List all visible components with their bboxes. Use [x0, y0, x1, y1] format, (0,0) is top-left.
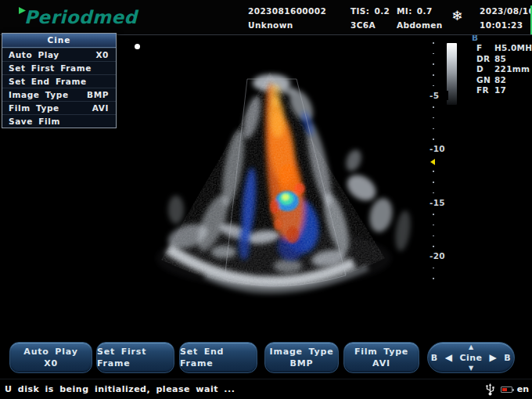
brand-logo: Periodmed [19, 5, 137, 29]
depth-label-15: -15 [430, 198, 448, 207]
mi-value: MI: 0.7 [397, 6, 433, 16]
set-end-frame-button[interactable]: Set End Frame [179, 342, 257, 373]
cine-right-b-label: B [504, 353, 511, 363]
date: 2023/08/16 [480, 6, 532, 16]
focus-marker-icon [430, 159, 435, 165]
cine-next-icon[interactable]: ▶ [490, 353, 498, 362]
param-frequency: F H5.0MHz [476, 43, 532, 54]
status-bar: U disk is being initialized, please wait… [0, 379, 532, 399]
param-depth: D 221mm [476, 64, 532, 75]
param-gain: GN 82 [476, 75, 532, 86]
ultrasound-app-screen: Periodmed 2023081600002 Unknown TIS: 0.2… [0, 0, 532, 399]
patient-name: Unknown [248, 20, 293, 30]
language-indicator[interactable]: en [517, 384, 529, 394]
menu-item-set-first-frame[interactable]: Set First Frame [2, 61, 116, 74]
param-dynamic-range: DR 85 [476, 54, 532, 65]
time: 10:01:23 [480, 20, 523, 30]
battery-level [502, 388, 507, 391]
menu-item-save-film[interactable]: Save Film [2, 114, 116, 128]
cine-center-label: Cine [459, 353, 482, 363]
film-type-button[interactable]: Film Type AVI [343, 342, 419, 373]
cine-nav-control[interactable]: ▲ ▼ B ◀ Cine ▶ B [427, 342, 515, 373]
status-message: U disk is being initialized, please wait… [5, 384, 235, 394]
image-type-button[interactable]: Image Type BMP [264, 342, 339, 373]
cine-context-menu: Cine Auto Play X0 Set First Frame Set En… [2, 33, 117, 128]
menu-item-film-type[interactable]: Film Type AVI [2, 101, 116, 114]
menu-item-image-type[interactable]: Image Type BMP [2, 88, 116, 101]
set-first-frame-button[interactable]: Set First Frame [96, 342, 174, 373]
exam-id: 2023081600002 [248, 6, 326, 16]
menu-item-set-end-frame[interactable]: Set End Frame [2, 74, 116, 88]
param-frame-rate: FR 17 [476, 85, 532, 96]
depth-label-10: -10 [430, 144, 448, 153]
cine-prev-icon[interactable]: ◀ [445, 353, 453, 362]
depth-label-20: -20 [430, 251, 448, 261]
menu-item-auto-play[interactable]: Auto Play X0 [2, 48, 116, 61]
logo-text: Periodmed [24, 5, 137, 29]
auto-play-button[interactable]: Auto Play X0 [9, 342, 92, 373]
cine-marker-dot [135, 44, 140, 49]
freeze-snowflake-icon: ❄ [451, 9, 462, 23]
tis-value: TIS: 0.2 [350, 6, 390, 16]
top-bar: Periodmed 2023081600002 Unknown TIS: 0.2… [0, 0, 532, 35]
depth-label-5: -5 [430, 91, 448, 100]
image-parameters: F H5.0MHz DR 85 D 221mm GN 82 FR 17 [476, 43, 532, 96]
context-menu-title: Cine [2, 34, 116, 48]
cine-left-b-label: B [431, 353, 438, 363]
exam-preset: Abdomen [397, 20, 443, 30]
battery-icon [501, 386, 512, 393]
probe-model: 3C6A [350, 20, 376, 30]
usb-icon [485, 383, 495, 399]
softkey-bar: Auto Play X0 Set First Frame Set End Fra… [0, 339, 532, 378]
